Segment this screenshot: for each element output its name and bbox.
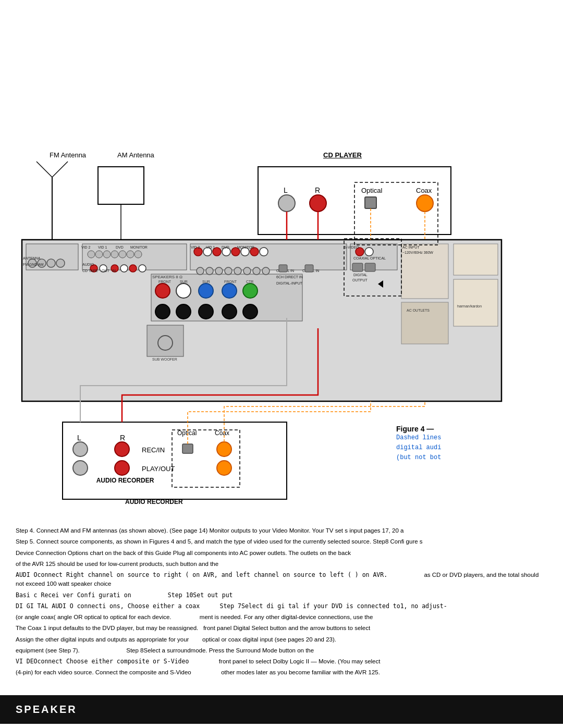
svg-point-92: [234, 267, 241, 275]
svg-text:MONITOR: MONITOR: [237, 245, 254, 249]
dashed-line-3: (but not bot: [396, 453, 441, 463]
svg-point-59: [120, 265, 128, 272]
svg-point-35: [103, 251, 111, 258]
svg-text:OPTICL IN: OPTICL IN: [276, 269, 294, 273]
svg-point-40: [194, 248, 202, 256]
text-equipment: equipment (see Step 7). Step 8Select a s…: [16, 646, 547, 655]
svg-rect-51: [365, 263, 375, 272]
svg-point-24: [243, 304, 258, 319]
text-step4: Step 4. Connect AM and FM antennas (as s…: [16, 526, 547, 535]
svg-point-57: [100, 265, 107, 272]
fm-antenna-label: FM Antenna: [50, 151, 86, 159]
svg-point-37: [119, 251, 126, 258]
svg-rect-123: [344, 239, 401, 296]
svg-point-95: [262, 267, 270, 275]
svg-text:ANTENNA: ANTENNA: [23, 256, 41, 260]
svg-rect-7: [401, 244, 448, 299]
svg-point-54: [47, 259, 55, 267]
svg-point-41: [203, 248, 212, 256]
svg-point-114: [310, 195, 326, 212]
text-assign-digital: Assign the other digital inputs and outp…: [16, 635, 547, 644]
svg-point-104: [73, 461, 88, 475]
svg-point-94: [253, 267, 260, 275]
svg-point-22: [199, 304, 213, 319]
svg-point-113: [278, 195, 295, 212]
cd-player-label: CD PLAYER: [323, 151, 362, 159]
svg-point-61: [139, 265, 146, 272]
svg-text:harman/kardon: harman/kardon: [457, 304, 482, 308]
text-body: Step 4. Connect AM and FM antennas (as s…: [0, 521, 563, 685]
svg-text:OUT: OUT: [102, 269, 110, 273]
svg-text:AUDIO: AUDIO: [82, 263, 94, 266]
svg-text:Optical: Optical: [361, 187, 383, 194]
svg-text:VID 2: VID 2: [81, 245, 91, 249]
svg-rect-122: [172, 430, 240, 487]
svg-text:SPEAKERS 8 Ω: SPEAKERS 8 Ω: [152, 275, 182, 279]
svg-text:FRONT: FRONT: [158, 280, 172, 283]
svg-text:SUB WOOFER: SUB WOOFER: [152, 357, 177, 361]
svg-text:~120V/60Hz 360W: ~120V/60Hz 360W: [402, 251, 433, 254]
dashed-line-2: digital audi: [396, 443, 441, 453]
svg-text:CTR: CTR: [246, 280, 253, 283]
svg-text:COAXIAL OPTICAL: COAXIAL OPTICAL: [353, 256, 386, 260]
svg-text:R: R: [120, 434, 125, 442]
text-or-angle: (or angle coax( angle OR optical to opti…: [16, 613, 547, 622]
svg-text:DIGITAL-INPUT: DIGITAL-INPUT: [276, 281, 303, 285]
text-audio-connect-right: AUDI Oconnect Right channel on source to…: [16, 571, 547, 589]
svg-point-46: [250, 248, 259, 256]
svg-point-52: [28, 259, 36, 267]
svg-point-16: [176, 283, 191, 298]
svg-rect-5: [190, 244, 347, 270]
text-audio-connect: of the AVR 125 should be used for low-cu…: [16, 560, 547, 569]
svg-rect-6: [350, 244, 397, 270]
svg-text:OUTPUT: OUTPUT: [352, 278, 368, 282]
svg-rect-115: [365, 197, 376, 208]
diagram-section: harman/kardon AC OUTLETS FR: [0, 146, 563, 521]
svg-text:AC OUTLETS: AC OUTLETS: [407, 309, 430, 312]
svg-point-102: [73, 442, 88, 456]
figure-label-area: Figure 4 — Dashed lines digital audi (bu…: [396, 425, 441, 463]
svg-point-60: [129, 265, 137, 272]
audio-recorder-text: AUDIO RECORDER: [125, 498, 183, 505]
svg-point-93: [243, 267, 251, 275]
svg-rect-97: [305, 265, 313, 272]
svg-text:FM: FM: [23, 263, 28, 266]
svg-point-34: [95, 251, 103, 258]
text-device-connection: Device Connection Options chart on the b…: [16, 549, 547, 558]
svg-text:FRONT: FRONT: [224, 280, 237, 283]
svg-point-105: [115, 461, 129, 475]
svg-text:PLAY/OUT: PLAY/OUT: [142, 465, 175, 473]
svg-point-48: [356, 248, 364, 256]
top-whitespace: [0, 0, 563, 146]
svg-point-42: [213, 248, 221, 256]
svg-point-19: [243, 283, 258, 298]
text-step5: Step 5. Connect source components, as sh…: [16, 537, 547, 546]
footer-bar: SPEAKER: [0, 695, 563, 724]
svg-point-20: [155, 304, 170, 319]
svg-point-103: [115, 442, 129, 456]
svg-point-55: [56, 259, 65, 267]
svg-text:SUR: SUR: [180, 280, 188, 283]
svg-text:AC INPUT: AC INPUT: [402, 245, 420, 249]
svg-rect-108: [182, 444, 193, 453]
svg-point-39: [134, 251, 142, 258]
audio-recorder-label: AUDIO RECORDER: [125, 498, 183, 505]
svg-rect-10: [147, 325, 183, 356]
svg-point-21: [176, 304, 191, 319]
text-digital-audio: DI GI TAL AUDI O connecti ons, Choose ei…: [16, 602, 547, 611]
text-four-pin: (4-pin) for each video source. Connect t…: [16, 668, 547, 677]
text-coax1-default: The Coax 1 input defaults to the DVD pla…: [16, 624, 547, 633]
svg-line-125: [36, 162, 52, 177]
cd-player-text: CD PLAYER: [323, 151, 362, 159]
svg-point-15: [155, 283, 170, 298]
svg-text:GND AM: GND AM: [29, 263, 44, 266]
svg-point-56: [90, 265, 97, 272]
am-antenna-label: AM Antenna: [117, 151, 154, 159]
svg-point-47: [260, 248, 268, 256]
svg-rect-9: [151, 274, 302, 321]
svg-point-90: [215, 267, 223, 275]
svg-point-45: [241, 248, 249, 256]
footer-label: SPEAKER: [16, 704, 77, 715]
am-antenna-text: AM Antenna: [117, 151, 154, 159]
svg-point-44: [231, 248, 240, 256]
